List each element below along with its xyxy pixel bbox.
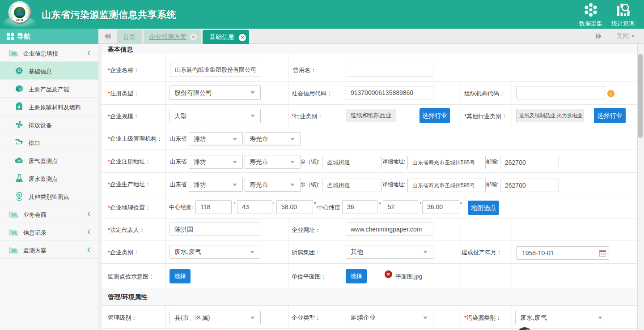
svg-text:co: co [17, 159, 21, 163]
svg-text:ZHB: ZHB [16, 18, 23, 21]
svg-text:15: 15 [601, 252, 605, 256]
